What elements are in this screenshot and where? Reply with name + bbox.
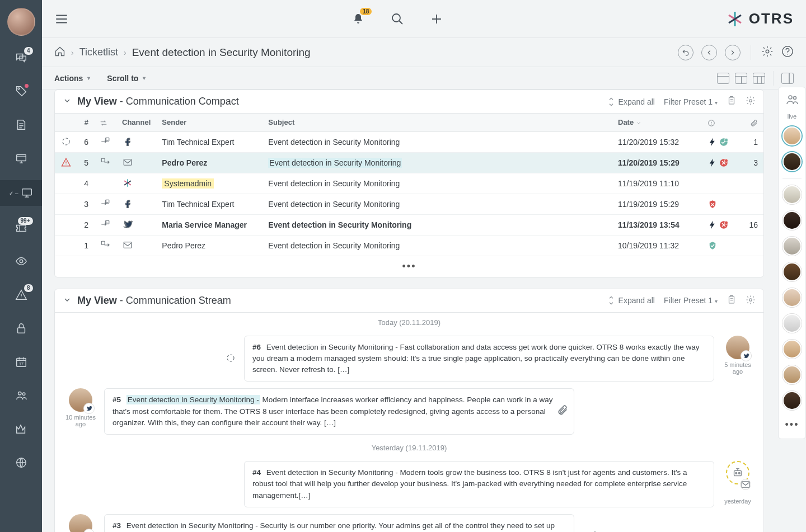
layout-sidepanel-button[interactable] bbox=[781, 73, 794, 84]
prev-button[interactable] bbox=[701, 45, 717, 60]
brand-logo[interactable]: OTRS bbox=[727, 10, 794, 27]
sidebar-chat-icon[interactable]: 4 bbox=[10, 46, 33, 69]
presence-avatar[interactable] bbox=[782, 152, 802, 171]
sidebar-monitoring-icon[interactable]: ✓ – bbox=[0, 180, 42, 206]
hamburger-icon[interactable] bbox=[54, 12, 69, 26]
widget-settings-icon[interactable] bbox=[746, 295, 756, 307]
row-sender: Tim Technical Expert bbox=[156, 194, 263, 214]
svg-point-0 bbox=[18, 88, 20, 90]
layout-single-button[interactable] bbox=[717, 73, 729, 84]
layout-two-col-button[interactable] bbox=[735, 73, 747, 84]
table-more-icon[interactable]: ••• bbox=[55, 256, 763, 277]
presence-avatar[interactable] bbox=[782, 314, 802, 333]
widget-settings-icon[interactable] bbox=[746, 96, 756, 107]
notifications-bell-icon[interactable]: 18 bbox=[352, 12, 365, 26]
sidebar-tickets-icon[interactable]: 99+ bbox=[10, 216, 33, 239]
channel-mail-icon bbox=[122, 239, 133, 251]
sidebar-calendar-icon[interactable]: 17 bbox=[10, 350, 33, 374]
table-row[interactable]: 1Pedro PerezEvent detection in Security … bbox=[55, 235, 763, 256]
layout-three-col-button[interactable] bbox=[753, 73, 765, 84]
col-date[interactable]: Date bbox=[612, 114, 702, 131]
notifications-count-badge: 18 bbox=[360, 8, 372, 15]
presence-avatar[interactable] bbox=[782, 185, 802, 204]
presence-avatar[interactable] bbox=[782, 211, 802, 230]
presence-avatar[interactable] bbox=[782, 262, 802, 281]
expand-all-button[interactable]: Expand all bbox=[606, 97, 655, 107]
col-channel[interactable]: Channel bbox=[116, 114, 156, 131]
presence-avatar[interactable] bbox=[782, 365, 802, 384]
clipboard-icon[interactable] bbox=[727, 96, 737, 107]
presence-avatar[interactable] bbox=[782, 126, 802, 145]
sidebar-watch-icon[interactable] bbox=[10, 249, 33, 273]
presence-users-icon[interactable] bbox=[785, 93, 799, 106]
home-icon[interactable] bbox=[54, 46, 65, 59]
add-icon[interactable] bbox=[430, 12, 443, 26]
col-status[interactable] bbox=[702, 114, 741, 131]
sidebar-assets-icon[interactable] bbox=[10, 147, 33, 170]
sidebar-articles-icon[interactable] bbox=[10, 113, 33, 136]
actions-menu[interactable]: Actions▾ bbox=[54, 74, 90, 83]
sidebar-reports-icon[interactable] bbox=[10, 417, 33, 441]
svg-point-34 bbox=[735, 473, 737, 474]
direction-in-icon bbox=[100, 136, 111, 147]
svg-rect-29 bbox=[124, 242, 132, 248]
presence-avatar[interactable] bbox=[782, 237, 802, 256]
sidebar-tags-icon[interactable] bbox=[10, 79, 33, 103]
col-num[interactable]: # bbox=[77, 114, 94, 131]
svg-rect-4 bbox=[17, 328, 25, 333]
message-bubble: #3 Event detection in Security Monitorin… bbox=[104, 514, 574, 532]
sidebar-lock-icon[interactable] bbox=[10, 317, 33, 340]
breadcrumb-ticketlist[interactable]: Ticketlist bbox=[79, 46, 118, 58]
col-subject[interactable]: Subject bbox=[263, 114, 612, 131]
svg-point-11 bbox=[766, 50, 769, 53]
filter-preset-dropdown[interactable]: Filter Preset 1 ▾ bbox=[664, 97, 718, 106]
col-direction[interactable] bbox=[94, 114, 116, 131]
stream-message[interactable]: 5 minutes ago#6 Event detection in Secur… bbox=[55, 332, 763, 385]
row-attachments bbox=[741, 194, 763, 214]
scrollto-menu[interactable]: Scroll to▾ bbox=[107, 74, 146, 83]
clipboard-icon[interactable] bbox=[727, 295, 737, 307]
col-attachments[interactable] bbox=[741, 114, 763, 131]
col-sender[interactable]: Sender bbox=[156, 114, 263, 131]
collapse-icon[interactable] bbox=[63, 295, 72, 306]
presence-avatar[interactable] bbox=[782, 391, 802, 410]
row-num: 2 bbox=[77, 214, 94, 235]
help-icon[interactable] bbox=[781, 45, 794, 59]
row-date: 11/20/2019 15:29 bbox=[612, 152, 702, 173]
message-avatar bbox=[69, 388, 92, 412]
status-bolt-icon bbox=[707, 158, 718, 168]
message-bubble: #5 Event detection in Security Monitorin… bbox=[104, 388, 574, 435]
status-x-red-icon bbox=[719, 158, 729, 168]
sidebar-alerts-icon[interactable]: 8 bbox=[10, 283, 33, 307]
stream-message[interactable]: 10 minutes ago#5 Event detection in Secu… bbox=[55, 385, 763, 438]
presence-avatar[interactable] bbox=[782, 288, 802, 307]
row-status bbox=[702, 194, 741, 214]
filter-preset-dropdown[interactable]: Filter Preset 1 ▾ bbox=[664, 296, 718, 305]
undo-button[interactable] bbox=[678, 45, 693, 60]
widget-communication-stream: My View - Communication Stream Expand al… bbox=[54, 289, 764, 532]
search-icon[interactable] bbox=[391, 12, 404, 26]
table-row[interactable]: 6Tim Technical ExpertEvent detection in … bbox=[55, 131, 763, 152]
chevron-down-icon: ▾ bbox=[87, 75, 90, 81]
stream-message[interactable]: yesterday#3 Event detection in Security … bbox=[55, 511, 763, 532]
svg-point-39 bbox=[794, 97, 796, 100]
sidebar-globe-icon[interactable] bbox=[10, 451, 33, 474]
table-row[interactable]: 4SystemadminEvent detection in Security … bbox=[55, 173, 763, 194]
sidebar-tags-dot bbox=[25, 84, 29, 88]
presence-more-icon[interactable]: ••• bbox=[785, 417, 799, 433]
table-row[interactable]: 5Pedro PerezEvent detection in Security … bbox=[55, 152, 763, 173]
table-row[interactable]: 3Tim Technical ExpertEvent detection in … bbox=[55, 194, 763, 214]
brand-logo-text: OTRS bbox=[749, 10, 794, 27]
table-row[interactable]: 2Maria Service ManagerEvent detection in… bbox=[55, 214, 763, 235]
stream-message[interactable]: yesterday#4 Event detection in Security … bbox=[55, 458, 763, 511]
sidebar-users-icon[interactable] bbox=[10, 384, 33, 407]
expand-all-button[interactable]: Expand all bbox=[606, 295, 655, 305]
current-user-avatar[interactable] bbox=[7, 8, 35, 36]
next-button[interactable] bbox=[725, 45, 741, 60]
settings-gear-icon[interactable] bbox=[761, 45, 774, 59]
attachment-icon[interactable] bbox=[557, 404, 568, 419]
presence-avatar[interactable] bbox=[782, 340, 802, 359]
row-attachments: 1 bbox=[741, 131, 763, 152]
row-num: 6 bbox=[77, 131, 94, 152]
collapse-icon[interactable] bbox=[63, 96, 72, 107]
